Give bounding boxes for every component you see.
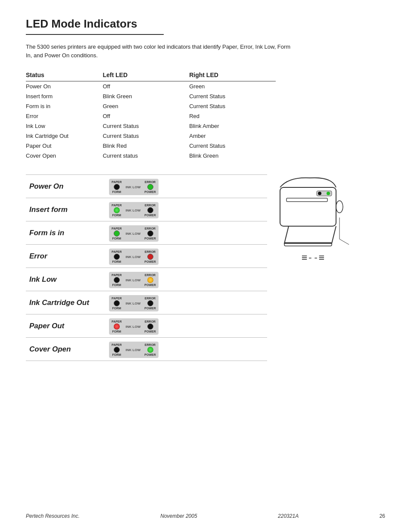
diagram-status-label: Insert form	[26, 198, 106, 221]
error-label: ERROR	[145, 297, 156, 300]
status-cell: Ink Low	[26, 121, 103, 131]
status-cell: Blink Green	[103, 91, 189, 101]
form-label: FORM	[112, 190, 121, 193]
diagram-status-label: Power On	[26, 175, 106, 198]
diagram-status-label: Error	[26, 245, 106, 268]
status-cell: Off	[103, 81, 189, 92]
status-cell: Off	[103, 111, 189, 121]
paper-label: PAPER	[112, 180, 122, 184]
error-label: ERROR	[145, 204, 156, 207]
error-label: ERROR	[145, 343, 156, 346]
diagram-row: Paper OutPAPERFORMINK LOWERRORPOWER	[26, 314, 267, 338]
form-label: FORM	[112, 260, 121, 263]
right-led-circle	[147, 207, 153, 213]
power-label: POWER	[144, 330, 156, 333]
status-cell: Current Status	[189, 141, 276, 151]
power-label: POWER	[144, 237, 156, 240]
col-header-left-led: Left LED	[103, 70, 189, 81]
led-panel: PAPERFORMINK LOWERRORPOWER	[109, 249, 159, 265]
diagram-led-cell: PAPERFORMINK LOWERRORPOWER	[106, 338, 267, 361]
intro-text: The 5300 series printers are equipped wi…	[26, 43, 293, 59]
diagram-led-cell: PAPERFORMINK LOWERRORPOWER	[106, 268, 267, 291]
col-header-right-led: Right LED	[189, 70, 276, 81]
paper-label: PAPER	[112, 227, 122, 230]
left-led-group: PAPERFORM	[112, 320, 122, 333]
power-label: POWER	[144, 353, 156, 356]
printer-illustration: ≡--≡	[276, 174, 353, 296]
footer-page: 26	[380, 513, 385, 519]
status-cell: Current Status	[103, 131, 189, 141]
led-panel: PAPERFORMINK LOWERRORPOWER	[109, 272, 159, 288]
indicator-table: Power OnPAPERFORMINK LOWERRORPOWERInsert…	[26, 174, 267, 361]
led-panel: PAPERFORMINK LOWERRORPOWER	[109, 225, 159, 242]
right-led-group: ERRORPOWER	[144, 343, 156, 356]
diagram-row: Cover OpenPAPERFORMINK LOWERRORPOWER	[26, 338, 267, 361]
led-panel: PAPERFORMINK LOWERRORPOWER	[109, 318, 159, 335]
diagram-led-cell: PAPERFORMINK LOWERRORPOWER	[106, 175, 267, 198]
left-led-group: PAPERFORM	[112, 227, 122, 240]
error-label: ERROR	[145, 320, 156, 323]
right-led-circle	[147, 254, 153, 260]
right-led-group: ERRORPOWER	[144, 180, 156, 193]
status-cell: Paper Out	[26, 141, 103, 151]
diagram-row: Ink LowPAPERFORMINK LOWERRORPOWER	[26, 268, 267, 291]
led-panel: PAPERFORMINK LOWERRORPOWER	[109, 179, 159, 195]
ink-low-label: INK LOW	[125, 232, 142, 236]
status-cell: Amber	[189, 131, 276, 141]
right-led-circle	[147, 277, 153, 283]
diagram-row: Power OnPAPERFORMINK LOWERRORPOWER	[26, 175, 267, 198]
right-led-group: ERRORPOWER	[144, 204, 156, 217]
left-led-circle	[114, 230, 120, 236]
right-led-circle	[147, 300, 153, 306]
diagram-status-label: Form is in	[26, 221, 106, 245]
svg-point-5	[336, 201, 343, 213]
diagram-status-label: Ink Low	[26, 268, 106, 291]
right-led-circle	[147, 184, 153, 190]
svg-line-9	[339, 239, 349, 252]
error-label: ERROR	[145, 274, 156, 277]
power-label: POWER	[144, 190, 156, 193]
paper-label: PAPER	[112, 250, 122, 253]
paper-label: PAPER	[112, 297, 122, 300]
paper-label: PAPER	[112, 274, 122, 277]
svg-text:≡--≡: ≡--≡	[302, 252, 324, 263]
status-cell: Power On	[26, 81, 103, 92]
right-led-group: ERRORPOWER	[144, 227, 156, 240]
left-led-group: PAPERFORM	[112, 297, 122, 310]
right-led-circle	[147, 347, 153, 353]
footer-doc-number: 220321A	[278, 513, 299, 519]
ink-low-label: INK LOW	[125, 302, 142, 305]
paper-label: PAPER	[112, 343, 122, 346]
left-led-group: PAPERFORM	[112, 343, 122, 356]
footer-company: Pertech Resources Inc.	[26, 513, 80, 519]
right-led-group: ERRORPOWER	[144, 250, 156, 263]
diagram-led-cell: PAPERFORMINK LOWERRORPOWER	[106, 245, 267, 268]
diagram-row: Ink Cartridge OutPAPERFORMINK LOWERRORPO…	[26, 291, 267, 314]
col-header-status: Status	[26, 70, 103, 81]
led-panel: PAPERFORMINK LOWERRORPOWER	[109, 342, 159, 358]
power-label: POWER	[144, 260, 156, 263]
left-led-circle	[114, 300, 120, 306]
right-led-group: ERRORPOWER	[144, 320, 156, 333]
diagram-led-cell: PAPERFORMINK LOWERRORPOWER	[106, 314, 267, 338]
ink-low-label: INK LOW	[125, 278, 142, 282]
svg-point-4	[327, 192, 330, 195]
status-cell: Blink Green	[189, 151, 276, 161]
ink-low-label: INK LOW	[125, 185, 142, 189]
diagram-led-cell: PAPERFORMINK LOWERRORPOWER	[106, 221, 267, 245]
status-cell: Error	[26, 111, 103, 121]
footer-date: November 2005	[160, 513, 197, 519]
diagram-row: Insert formPAPERFORMINK LOWERRORPOWER	[26, 198, 267, 221]
status-cell: Red	[189, 111, 276, 121]
status-cell: Current Status	[103, 121, 189, 131]
diagram-row: Form is inPAPERFORMINK LOWERRORPOWER	[26, 221, 267, 245]
ink-low-label: INK LOW	[125, 325, 142, 329]
error-label: ERROR	[145, 180, 156, 184]
footer: Pertech Resources Inc. November 2005 220…	[26, 513, 385, 519]
status-cell: Ink Cartridge Out	[26, 131, 103, 141]
diagram-status-label: Paper Out	[26, 314, 106, 338]
right-led-circle	[147, 324, 153, 330]
form-label: FORM	[112, 330, 121, 333]
paper-label: PAPER	[112, 204, 122, 207]
right-led-group: ERRORPOWER	[144, 274, 156, 286]
